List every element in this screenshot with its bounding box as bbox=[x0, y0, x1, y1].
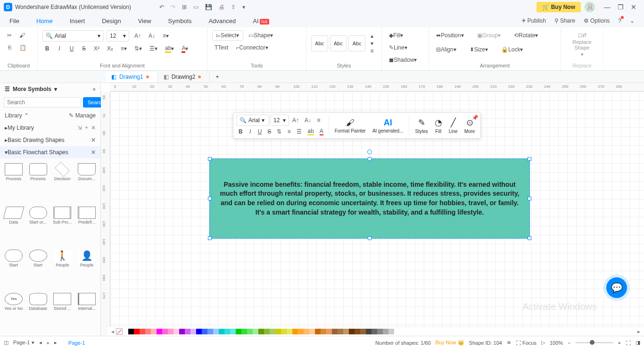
minimize-button[interactable]: — bbox=[601, 3, 614, 11]
zoom-out-icon[interactable]: − bbox=[568, 340, 570, 346]
float-spacing-button[interactable]: ⇅ bbox=[274, 127, 284, 136]
save-icon[interactable]: 💾 bbox=[205, 4, 212, 10]
color-swatch[interactable] bbox=[196, 329, 202, 334]
number-list-button[interactable]: ☰▾ bbox=[147, 43, 160, 54]
color-swatch[interactable] bbox=[360, 329, 366, 334]
layers-icon[interactable]: ≋ bbox=[507, 340, 511, 346]
close-section-icon[interactable]: ✕ bbox=[91, 149, 96, 156]
shadow-button[interactable]: ◼ Shadow▾ bbox=[387, 55, 419, 65]
color-swatch[interactable] bbox=[162, 329, 168, 334]
presentation-icon[interactable]: ▷ bbox=[541, 340, 545, 346]
color-swatch[interactable] bbox=[207, 329, 213, 334]
color-swatch[interactable] bbox=[281, 329, 287, 334]
publish-button[interactable]: ✈ Publish bbox=[521, 17, 546, 24]
fill-button[interactable]: ◆ Fill▾ bbox=[387, 30, 405, 41]
options-button[interactable]: ⚙ Options bbox=[584, 17, 610, 24]
resize-handle-sw[interactable] bbox=[208, 236, 212, 240]
resize-handle-w[interactable] bbox=[208, 197, 212, 200]
color-swatch[interactable] bbox=[298, 329, 304, 334]
color-swatch[interactable] bbox=[179, 329, 185, 334]
line-style-button[interactable]: ✎ Line▾ bbox=[387, 42, 410, 53]
tab-file[interactable]: File bbox=[9, 17, 19, 25]
float-italic-button[interactable]: I bbox=[246, 127, 255, 136]
shape-palette-item[interactable]: Stored ... bbox=[51, 291, 74, 333]
color-nav-left-icon[interactable]: ◂ bbox=[109, 328, 116, 335]
float-size-select[interactable]: 12▾ bbox=[270, 115, 289, 126]
font-family-select[interactable]: 🔍 Arial ▾ bbox=[42, 30, 104, 42]
zoom-in-icon[interactable]: + bbox=[618, 340, 621, 346]
color-swatch[interactable] bbox=[236, 329, 241, 334]
color-swatch[interactable] bbox=[213, 329, 219, 334]
color-swatch[interactable] bbox=[151, 329, 157, 334]
tab-design[interactable]: Design bbox=[102, 17, 121, 25]
shape-palette-item[interactable]: Database bbox=[26, 291, 50, 333]
color-swatch[interactable] bbox=[168, 329, 173, 334]
close-section-icon[interactable]: ✕ bbox=[91, 125, 96, 131]
font-size-select[interactable]: 12▾ bbox=[107, 30, 129, 42]
theme-more-icon[interactable]: ≡ bbox=[367, 48, 377, 54]
collapse-sidebar-icon[interactable]: « bbox=[92, 86, 96, 92]
lock-button[interactable]: 🔒 Lock▾ bbox=[499, 44, 525, 55]
basic-flowchart-section[interactable]: ▾ Basic Flowchart Shapes ✕ bbox=[0, 146, 100, 158]
text-tool-button[interactable]: T Text bbox=[212, 42, 231, 53]
float-highlight-button[interactable]: ab bbox=[305, 127, 316, 136]
my-library-section[interactable]: ▸ My Library ⇲ + ✕ bbox=[0, 122, 100, 134]
add-doc-tab[interactable]: + bbox=[210, 72, 224, 82]
italic-button[interactable]: I bbox=[55, 43, 64, 54]
page-nav-icon[interactable]: ◫ bbox=[4, 340, 8, 346]
select-tool-button[interactable]: ▻ Select ▾ bbox=[212, 30, 243, 41]
align-button[interactable]: ⊟ Align▾ bbox=[434, 44, 459, 55]
new-icon[interactable]: ⊞ bbox=[182, 4, 187, 10]
float-strike-button[interactable]: S bbox=[265, 127, 273, 136]
float-fill[interactable]: ◔Fill bbox=[432, 116, 445, 135]
subscript-button[interactable]: X₂ bbox=[105, 43, 116, 54]
color-swatch[interactable] bbox=[304, 329, 309, 334]
manage-button[interactable]: ✎ Manage bbox=[69, 112, 96, 119]
user-avatar[interactable]: 🐰 bbox=[585, 2, 595, 12]
color-swatch[interactable] bbox=[123, 329, 128, 334]
color-swatch[interactable] bbox=[145, 329, 151, 334]
color-swatch[interactable] bbox=[128, 329, 134, 334]
color-swatch[interactable] bbox=[332, 329, 338, 334]
copy-icon[interactable]: ⎘ bbox=[5, 42, 14, 53]
paste-icon[interactable]: 📋 bbox=[17, 42, 29, 53]
color-swatch[interactable] bbox=[219, 329, 224, 334]
library-label[interactable]: Library bbox=[5, 112, 22, 119]
open-icon[interactable]: ▭ bbox=[193, 4, 198, 10]
shape-search-input[interactable] bbox=[4, 97, 81, 108]
shape-palette-item[interactable]: Decision bbox=[51, 161, 74, 204]
color-swatch[interactable] bbox=[315, 329, 321, 334]
color-swatch[interactable] bbox=[355, 329, 360, 334]
superscript-button[interactable]: X² bbox=[91, 43, 102, 54]
doc-tab-drawing1[interactable]: ◧ Drawing1 bbox=[106, 72, 158, 82]
color-swatch[interactable] bbox=[173, 329, 179, 334]
color-swatch[interactable] bbox=[309, 329, 315, 334]
shape-palette-item[interactable]: Sub Pro... bbox=[51, 205, 74, 247]
shape-palette-item[interactable]: Start or... bbox=[26, 205, 50, 247]
line-spacing-button[interactable]: ⇅▾ bbox=[132, 43, 144, 54]
font-color-button[interactable]: A▾ bbox=[179, 43, 190, 54]
doc-tab-drawing2[interactable]: ◧ Drawing2 bbox=[158, 72, 210, 82]
qat-more-icon[interactable]: ▾ bbox=[242, 4, 245, 10]
tab-ai[interactable]: AIhot bbox=[253, 17, 269, 25]
underline-button[interactable]: U bbox=[67, 43, 76, 54]
shape-palette-item[interactable]: YesYes or No bbox=[2, 291, 25, 333]
shape-palette-item[interactable]: Process bbox=[26, 161, 50, 204]
close-button[interactable]: ✕ bbox=[627, 3, 640, 11]
tab-home[interactable]: Home bbox=[36, 17, 53, 25]
float-decrease-font-icon[interactable]: A↓ bbox=[302, 116, 314, 125]
color-swatch[interactable] bbox=[388, 329, 394, 334]
theme-chip-1[interactable]: Abc bbox=[311, 35, 328, 51]
share-button[interactable]: ⚲ Share bbox=[554, 17, 575, 24]
export-icon[interactable]: ⇪ bbox=[231, 4, 236, 10]
float-bullets-button[interactable]: ≡ bbox=[285, 127, 293, 136]
canvas[interactable]: 🔍 Arial ▾ 12▾ A↑ A↓ ≡ B I U S ⇅ ≡ ☰ bbox=[110, 91, 644, 336]
rotation-handle[interactable] bbox=[367, 150, 372, 154]
shape-palette-item[interactable]: Internal... bbox=[75, 291, 99, 333]
color-swatch[interactable] bbox=[326, 329, 332, 334]
shape-palette-item[interactable]: Start bbox=[26, 248, 50, 290]
shape-palette-item[interactable]: Docum... bbox=[75, 161, 99, 204]
redo-icon[interactable]: ↷ bbox=[171, 4, 175, 10]
color-swatch[interactable] bbox=[366, 329, 372, 334]
color-swatch[interactable] bbox=[292, 329, 298, 334]
